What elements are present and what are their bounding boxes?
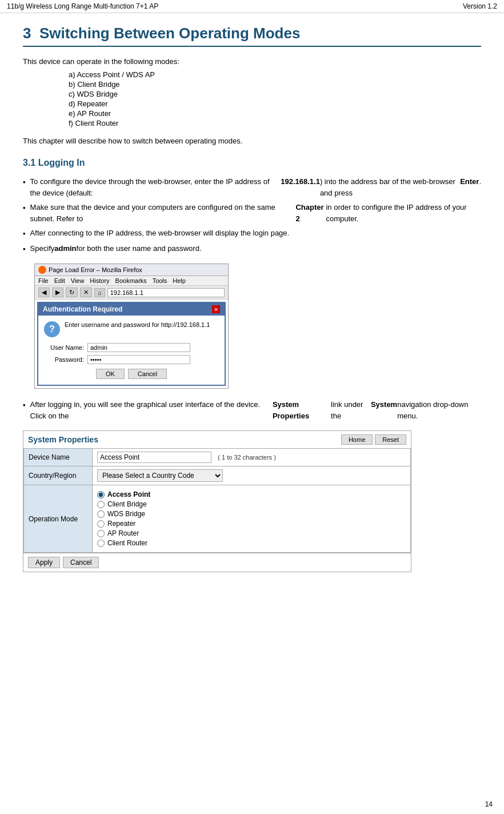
bullet-item: Specify admin for both the user name and… <box>23 243 481 255</box>
section-3-1-title: 3.1 Logging In <box>23 158 481 168</box>
page-content: 3 Switching Between Operating Modes This… <box>0 13 504 595</box>
op-mode-radio-0[interactable] <box>97 491 105 498</box>
op-mode-radio-5[interactable] <box>97 540 105 547</box>
home-browser-button[interactable]: ⌂ <box>94 288 105 297</box>
header-right: Version 1.2 <box>463 2 497 10</box>
page-number: 14 <box>485 800 493 808</box>
reload-button[interactable]: ↻ <box>66 288 78 297</box>
sys-props-header: System Properties Home Reset <box>23 431 411 448</box>
op-mode-label-text: Client Router <box>107 539 147 547</box>
op-mode-radio-4[interactable] <box>97 530 105 537</box>
stop-button[interactable]: ✕ <box>80 288 92 297</box>
country-label: Country/Region <box>24 466 93 485</box>
intro-modes-list: a) Access Point / WDS APb) Client Bridge… <box>69 70 481 127</box>
device-name-label: Device Name <box>24 449 93 466</box>
intro-mode-item: c) WDS Bridge <box>69 90 481 98</box>
country-value-cell: Please Select a Country Code <box>93 466 411 485</box>
browser-title: Page Load Error – Mozilla Firefox <box>49 266 142 273</box>
auth-dialog-header: Authentication Required ✕ <box>38 303 225 316</box>
op-mode-option: AP Router <box>97 529 406 537</box>
menu-item[interactable]: Help <box>173 277 186 284</box>
op-mode-label-text: WDS Bridge <box>107 510 145 518</box>
op-mode-label-text: Access Point <box>107 490 150 498</box>
sys-table: Device Name ( 1 to 32 characters ) Count… <box>23 448 411 553</box>
op-mode-options: Access PointClient BridgeWDS BridgeRepea… <box>97 488 406 549</box>
op-mode-option: Repeater <box>97 520 406 528</box>
address-bar[interactable] <box>107 288 225 297</box>
bullet-item: After connecting to the IP address, the … <box>23 228 481 240</box>
menu-item[interactable]: History <box>90 277 109 284</box>
op-mode-label-text: Client Bridge <box>107 500 147 508</box>
bullet-list: To configure the device through the web-… <box>23 176 481 254</box>
intro-mode-item: f) Client Router <box>69 119 481 127</box>
op-mode-radio-2[interactable] <box>97 510 105 518</box>
username-input[interactable] <box>87 343 190 352</box>
reset-sys-button[interactable]: Reset <box>375 434 406 445</box>
device-name-input[interactable] <box>97 452 211 463</box>
device-name-row: Device Name ( 1 to 32 characters ) <box>24 449 411 466</box>
intro-mode-item: e) AP Router <box>69 109 481 118</box>
country-select[interactable]: Please Select a Country Code <box>97 469 223 482</box>
op-mode-label: Operation Mode <box>24 485 93 553</box>
menu-item[interactable]: Bookmarks <box>115 277 147 284</box>
sys-footer: Apply Cancel <box>23 553 411 572</box>
intro-mode-item: a) Access Point / WDS AP <box>69 70 481 79</box>
auth-prompt-text: Enter username and password for http://1… <box>65 321 210 328</box>
op-mode-option: Client Bridge <box>97 500 406 508</box>
menu-item[interactable]: Tools <box>153 277 167 284</box>
password-input[interactable] <box>87 355 190 364</box>
browser-titlebar: Page Load Error – Mozilla Firefox <box>35 264 228 276</box>
auth-dialog: Authentication Required ✕ ? Enter userna… <box>37 302 226 386</box>
device-name-value-cell: ( 1 to 32 characters ) <box>93 449 411 466</box>
auth-dialog-prompt: ? Enter username and password for http:/… <box>44 321 219 337</box>
home-sys-button[interactable]: Home <box>341 434 373 445</box>
menu-item[interactable]: View <box>71 277 85 284</box>
op-mode-option: Access Point <box>97 490 406 498</box>
after-login-bullet: After logging in, you will see the graph… <box>23 399 481 421</box>
country-region-row: Country/Region Please Select a Country C… <box>24 466 411 485</box>
auth-dialog-title: Authentication Required <box>43 305 122 313</box>
sys-header-buttons: Home Reset <box>341 434 406 445</box>
auth-dialog-close-button[interactable]: ✕ <box>212 305 220 313</box>
apply-button[interactable]: Apply <box>28 557 60 568</box>
browser-screenshot: Page Load Error – Mozilla Firefox FileEd… <box>34 264 229 389</box>
op-mode-option: Client Router <box>97 539 406 547</box>
chapter-title: 3 Switching Between Operating Modes <box>23 25 481 47</box>
system-properties-panel: System Properties Home Reset Device Name… <box>23 430 411 572</box>
op-mode-option: WDS Bridge <box>97 510 406 518</box>
after-login-bullet-list: After logging in, you will see the graph… <box>23 399 481 421</box>
password-row: Password: <box>44 355 219 364</box>
page-footer: 14 <box>485 800 493 808</box>
username-row: User Name: <box>44 343 219 352</box>
cancel-button[interactable]: Cancel <box>63 557 99 568</box>
bullet-item: Make sure that the device and your compu… <box>23 202 481 224</box>
op-mode-options-cell: Access PointClient BridgeWDS BridgeRepea… <box>93 485 411 553</box>
page-header: 11b/g Wireless Long Range Multi-function… <box>0 0 504 13</box>
password-label: Password: <box>44 356 84 363</box>
intro-mode-item: b) Client Bridge <box>69 80 481 89</box>
auth-ok-button[interactable]: OK <box>96 369 125 379</box>
intro-text: This device can operate in the following… <box>23 57 481 66</box>
question-icon: ? <box>44 321 60 337</box>
firefox-icon <box>38 266 46 274</box>
browser-menubar: FileEditViewHistoryBookmarksToolsHelp <box>35 276 228 286</box>
op-mode-row: Operation Mode Access PointClient Bridge… <box>24 485 411 553</box>
char-hint: ( 1 to 32 characters ) <box>218 454 276 461</box>
header-left: 11b/g Wireless Long Range Multi-function… <box>7 2 158 10</box>
op-mode-radio-1[interactable] <box>97 501 105 508</box>
intro-mode-item: d) Repeater <box>69 99 481 108</box>
menu-item[interactable]: Edit <box>54 277 65 284</box>
menu-item[interactable]: File <box>38 277 49 284</box>
forward-button[interactable]: ▶ <box>52 288 63 297</box>
back-button[interactable]: ◀ <box>38 288 50 297</box>
sys-props-title: System Properties <box>28 435 98 444</box>
bullet-item: To configure the device through the web-… <box>23 176 481 198</box>
auth-dialog-body: ? Enter username and password for http:/… <box>38 316 225 385</box>
auth-cancel-button[interactable]: Cancel <box>128 369 167 379</box>
username-label: User Name: <box>44 344 84 351</box>
op-mode-radio-3[interactable] <box>97 520 105 528</box>
op-mode-label-text: AP Router <box>107 529 139 537</box>
chapter-desc: This chapter will describe how to switch… <box>23 137 481 145</box>
browser-toolbar: ◀ ▶ ↻ ✕ ⌂ <box>35 286 228 300</box>
op-mode-label-text: Repeater <box>107 520 135 528</box>
